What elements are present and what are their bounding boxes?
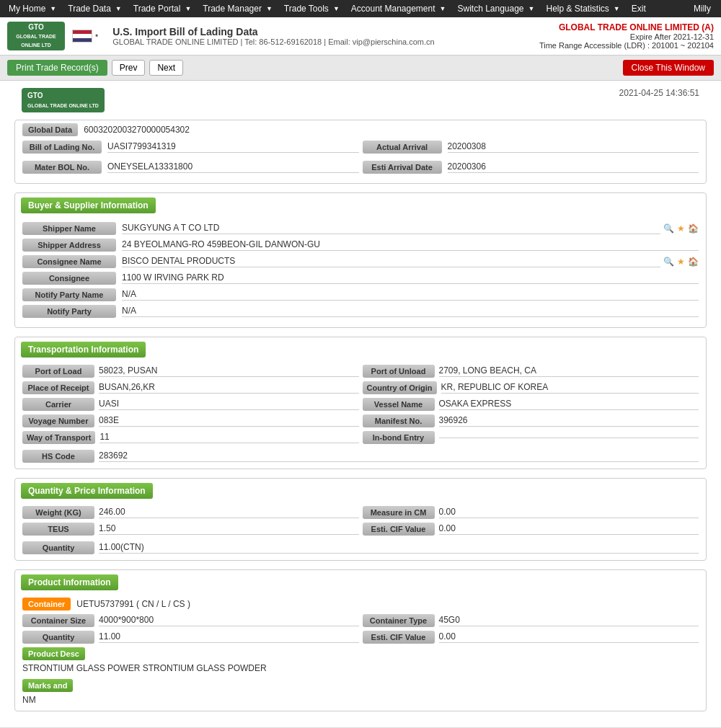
shipper-name-row: Shipper Name SUKGYUNG A T CO LTD 🔍 ★ 🏠 [22,222,699,235]
global-data-value: 6003202003270000054302 [84,125,190,135]
actual-arrival-row: Actual Arrival 20200308 [363,141,699,154]
record-logo-text: GTOGLOBAL TRADE ONLINE LTD [27,91,99,110]
flag-area: • [72,30,101,43]
quantity-value: 11.00(CTN) [99,542,699,554]
in-bond-entry-value [439,437,699,438]
search-icon[interactable]: 🔍 [663,223,674,234]
country-of-origin-label: Country of Origin [363,381,437,394]
transport-section: Transportation Information Port of Load … [14,337,707,469]
vessel-name-label: Vessel Name [363,398,435,411]
esti-cif-value: 0.00 [439,523,699,535]
nav-switchlanguage[interactable]: Switch Language ▼ [454,0,541,17]
measure-in-cm-row: Measure in CM 0.00 [363,506,699,519]
hs-code-value: 283692 [99,450,699,462]
nav-exit[interactable]: Exit [629,0,649,17]
vessel-name-row: Vessel Name OSAKA EXPRESS [363,398,699,411]
buyer-supplier-content: Shipper Name SUKGYUNG A T CO LTD 🔍 ★ 🏠 S… [15,218,706,327]
record-logo: GTOGLOBAL TRADE ONLINE LTD [22,88,105,112]
carrier-row: Carrier UASI [22,398,359,411]
mater-bol-label: Mater BOL No. [22,161,102,174]
transport-grid: Port of Load 58023, PUSAN Port of Unload… [15,362,706,450]
notify-party-name-value: N/A [122,289,699,301]
esti-arrival-label: Esti Arrival Date [363,161,442,174]
close-button-top[interactable]: Close This Window [623,60,714,76]
voyage-number-label: Voyage Number [22,414,94,427]
shipper-address-label: Shipper Address [22,239,116,252]
record-header: GTOGLOBAL TRADE ONLINE LTD 2021-04-25 14… [14,88,707,112]
consignee-label: Consignee [22,272,116,285]
hs-code-label: HS Code [22,450,94,463]
place-of-receipt-label: Place of Receipt [22,381,94,394]
product-quantity-row: Quantity 11.00 [22,631,359,644]
top-navigation: My Home ▼ Trade Data ▼ Trade Portal ▼ Tr… [0,0,721,17]
manifest-no-value: 396926 [439,415,699,427]
nav-tradetools[interactable]: Trade Tools ▼ [281,0,347,17]
mater-bol-value: ONEYSELA13331800 [107,161,359,173]
product-section: Product Information Container UETU573799… [14,569,707,711]
weight-label: Weight (KG) [22,506,94,519]
measure-in-cm-label: Measure in CM [363,506,435,519]
next-button-top[interactable]: Next [149,60,183,76]
product-grid: Container Size 4000*900*800 Container Ty… [22,614,699,644]
product-esti-cif-label: Esti. CIF Value [363,631,435,644]
prev-button-top[interactable]: Prev [112,60,146,76]
container-size-row: Container Size 4000*900*800 [22,614,359,627]
quantity-price-section: Quantity & Price Information Weight (KG)… [14,478,707,561]
container-size-label: Container Size [22,614,94,627]
consignee-star-icon[interactable]: ★ [677,257,685,267]
global-data-label: Global Data [22,123,78,136]
consignee-search-icon[interactable]: 🔍 [663,257,674,267]
port-of-unload-label: Port of Unload [363,365,435,378]
vessel-name-value: OSAKA EXPRESS [439,399,699,410]
nav-helpstatistics[interactable]: Help & Statistics ▼ [543,0,627,17]
port-of-unload-value: 2709, LONG BEACH, CA [439,365,699,377]
weight-row: Weight (KG) 246.00 [22,506,359,519]
in-bond-entry-label: In-bond Entry [363,431,435,444]
bill-of-lading-value: UASI7799341319 [107,141,359,153]
notify-party-value: N/A [122,306,699,317]
star-icon[interactable]: ★ [677,223,685,234]
global-data-row: Global Data 6003202003270000054302 [15,120,706,141]
main-content: GTOGLOBAL TRADE ONLINE LTD 2021-04-25 14… [0,81,721,727]
separator: • [95,31,98,41]
consignee-icons: 🔍 ★ 🏠 [663,257,699,267]
nav-tradeportal[interactable]: Trade Portal ▼ [131,0,199,17]
home-icon[interactable]: 🏠 [688,223,699,234]
esti-arrival-value: 20200306 [448,161,699,173]
voyage-number-value: 083E [99,415,359,427]
quantity-single-row: Quantity 11.00(CTN) [22,541,699,554]
company-name: GLOBAL TRADE ONLINE LIMITED (A) [539,22,714,32]
print-button-top[interactable]: Print Trade Record(s) [7,60,107,76]
nav-trademanager[interactable]: Trade Manager ▼ [200,0,280,17]
shipper-address-row: Shipper Address 24 BYEOLMANG-RO 459BEON-… [22,239,699,252]
container-size-value: 4000*900*800 [99,615,359,626]
nav-accountmanagement[interactable]: Account Management ▼ [348,0,454,17]
header-title-area: U.S. Import Bill of Lading Data GLOBAL T… [112,26,434,46]
consignee-home-icon[interactable]: 🏠 [688,257,699,267]
page-title: U.S. Import Bill of Lading Data [112,26,434,37]
nav-user[interactable]: Milly [691,0,714,17]
way-of-transport-label: Way of Transport [22,431,95,444]
carrier-label: Carrier [22,398,94,411]
toolbar-top: Print Trade Record(s) Prev Next Close Th… [0,56,721,81]
actual-arrival-label: Actual Arrival [363,141,442,154]
nav-tradedata[interactable]: Trade Data ▼ [65,0,129,17]
port-of-load-row: Port of Load 58023, PUSAN [22,365,359,378]
container-type-label: Container Type [363,614,435,627]
consignee-row: Consignee 1100 W IRVING PARK RD [22,272,699,285]
time-range: Time Range Accessible (LDR) : 201001 ~ 2… [539,41,714,50]
voyage-number-row: Voyage Number 083E [22,414,359,427]
teus-label: TEUS [22,523,94,536]
nav-myhome[interactable]: My Home ▼ [6,0,63,17]
product-title: Product Information [21,574,118,590]
container-type-value: 45G0 [439,615,699,626]
header-bar: GTOGLOBAL TRADEONLINE LTD • U.S. Import … [0,17,721,56]
record-datetime: 2021-04-25 14:36:51 [619,88,699,98]
header-right: GLOBAL TRADE ONLINE LIMITED (A) Expire A… [539,22,714,50]
product-esti-cif-value: 0.00 [439,631,699,643]
weight-value: 246.00 [99,507,359,518]
way-of-transport-value: 11 [99,432,358,443]
manifest-no-label: Manifest No. [363,414,435,427]
product-desc-text: STRONTIUM GLASS POWER STRONTIUM GLASS PO… [22,663,699,673]
notify-party-name-row: Notify Party Name N/A [22,288,699,301]
